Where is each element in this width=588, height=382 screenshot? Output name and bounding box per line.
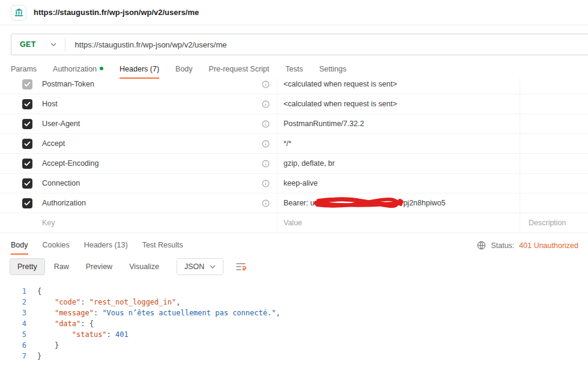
response-tab-body[interactable]: Body bbox=[11, 241, 28, 255]
new-header-description-input[interactable]: Description bbox=[520, 213, 588, 232]
new-header-key-input[interactable]: Key bbox=[42, 219, 55, 227]
response-tab-headers-13[interactable]: Headers (13) bbox=[84, 241, 128, 255]
header-checkbox-cell bbox=[0, 114, 37, 133]
request-tab-pre-request-script[interactable]: Pre-request Script bbox=[209, 65, 270, 79]
header-description-cell[interactable] bbox=[520, 79, 588, 94]
header-value-cell[interactable]: */* bbox=[277, 134, 520, 153]
header-key: Accept-Encoding bbox=[42, 159, 99, 168]
new-header-key-cell[interactable]: Key bbox=[37, 213, 277, 232]
request-tab-tests[interactable]: Tests bbox=[285, 65, 303, 79]
request-tab-title: https://staugustin.fr/wp-json/wp/v2/user… bbox=[34, 8, 199, 17]
network-globe-icon[interactable] bbox=[477, 241, 486, 250]
format-dropdown[interactable]: JSON bbox=[177, 258, 223, 275]
chevron-down-icon bbox=[50, 43, 56, 46]
line-number: 4 bbox=[0, 318, 26, 329]
header-key: User-Agent bbox=[42, 120, 80, 128]
header-description-cell[interactable] bbox=[520, 94, 588, 114]
line-number: 5 bbox=[0, 329, 26, 340]
header-checkbox[interactable] bbox=[22, 198, 32, 208]
view-mode-tabs: PrettyRawPreviewVisualize bbox=[10, 258, 167, 275]
header-key-cell[interactable]: Accept-Encoding bbox=[37, 154, 277, 173]
header-description-cell[interactable] bbox=[520, 114, 588, 133]
request-tab-body[interactable]: Body bbox=[175, 65, 193, 79]
header-value-cell[interactable]: gzip, deflate, br bbox=[277, 154, 520, 173]
header-checkbox[interactable] bbox=[22, 99, 32, 109]
new-header-row[interactable]: Key Value Description bbox=[0, 213, 588, 233]
code-line: 3 "message": "Vous n’êtes actuellement p… bbox=[0, 308, 588, 318]
header-row: Accept */* bbox=[0, 134, 588, 154]
line-number: 1 bbox=[0, 286, 26, 297]
method-selector[interactable]: GET bbox=[11, 40, 65, 49]
header-description-cell[interactable] bbox=[520, 174, 588, 193]
request-tab-authorization[interactable]: Authorization bbox=[53, 65, 103, 79]
header-checkbox-cell bbox=[0, 94, 37, 114]
wrap-text-icon bbox=[235, 262, 246, 271]
header-checkbox[interactable] bbox=[22, 178, 32, 189]
code-line: 4 "data": { bbox=[0, 318, 588, 329]
url-builder: GET bbox=[0, 25, 588, 60]
header-value-cell[interactable]: <calculated when request is sent> bbox=[277, 94, 520, 114]
header-checkbox-cell bbox=[0, 174, 37, 193]
chevron-down-icon bbox=[210, 265, 216, 268]
check-icon bbox=[24, 161, 31, 166]
header-checkbox[interactable] bbox=[22, 119, 32, 129]
header-key-cell[interactable]: Host bbox=[37, 94, 277, 114]
new-header-checkbox-cell bbox=[0, 213, 37, 232]
header-key-cell[interactable]: Postman-Token bbox=[37, 79, 277, 94]
info-icon[interactable] bbox=[262, 80, 270, 88]
info-icon[interactable] bbox=[262, 199, 270, 207]
header-description-cell[interactable] bbox=[520, 134, 588, 153]
header-row: User-Agent PostmanRuntime/7.32.2 bbox=[0, 114, 588, 134]
header-key-cell[interactable]: Connection bbox=[37, 174, 277, 193]
status-label: Status: bbox=[491, 241, 514, 250]
line-number: 3 bbox=[0, 308, 26, 318]
info-icon[interactable] bbox=[262, 100, 270, 108]
info-icon[interactable] bbox=[262, 140, 270, 148]
header-key-cell[interactable]: Authorization bbox=[37, 193, 277, 213]
view-tab-raw[interactable]: Raw bbox=[46, 258, 77, 275]
header-value-cell[interactable]: Bearer: u pj2n8hpiwo5 bbox=[277, 193, 520, 213]
url-input[interactable] bbox=[65, 40, 588, 50]
header-description-cell[interactable] bbox=[520, 193, 588, 213]
view-tab-pretty[interactable]: Pretty bbox=[10, 258, 45, 275]
response-body-viewer[interactable]: 1{2 "code": "rest_not_logged_in",3 "mess… bbox=[0, 281, 588, 362]
info-icon[interactable] bbox=[262, 160, 270, 168]
view-tab-preview[interactable]: Preview bbox=[78, 258, 120, 275]
header-key: Authorization bbox=[42, 199, 86, 207]
request-tab-headers-7[interactable]: Headers (7) bbox=[120, 65, 159, 79]
wrap-text-button[interactable] bbox=[233, 259, 249, 274]
request-tab-settings[interactable]: Settings bbox=[319, 65, 346, 79]
header-key: Accept bbox=[42, 139, 65, 148]
header-row: Authorization Bearer: u pj2n8hpiwo5 bbox=[0, 193, 588, 213]
postman-app: https://staugustin.fr/wp-json/wp/v2/user… bbox=[0, 0, 588, 362]
status-value: 401 Unauthorized bbox=[519, 241, 578, 250]
info-icon[interactable] bbox=[262, 120, 270, 128]
header-checkbox[interactable] bbox=[22, 79, 32, 89]
info-icon[interactable] bbox=[262, 180, 270, 187]
header-key-cell[interactable]: Accept bbox=[37, 134, 277, 153]
response-meta-bar: BodyCookiesHeaders (13)Test Results Stat… bbox=[0, 234, 588, 255]
redacted-token-scribble bbox=[314, 197, 404, 209]
request-tab-params[interactable]: Params bbox=[11, 65, 37, 79]
response-tab-cookies[interactable]: Cookies bbox=[43, 241, 70, 255]
header-checkbox[interactable] bbox=[22, 139, 32, 149]
header-checkbox[interactable] bbox=[22, 159, 32, 169]
header-row: Connection keep-alive bbox=[0, 174, 588, 193]
line-number: 2 bbox=[0, 297, 26, 308]
response-tab-test-results[interactable]: Test Results bbox=[142, 241, 183, 255]
auth-configured-dot bbox=[100, 67, 103, 70]
header-value-cell[interactable]: PostmanRuntime/7.32.2 bbox=[277, 114, 520, 133]
code-text: } bbox=[26, 340, 59, 351]
url-bar: GET bbox=[11, 34, 588, 55]
view-tab-visualize[interactable]: Visualize bbox=[121, 258, 167, 275]
header-key: Connection bbox=[42, 179, 80, 187]
header-value-cell[interactable]: keep-alive bbox=[277, 174, 520, 193]
code-text: } bbox=[26, 351, 41, 362]
header-value-cell[interactable]: <calculated when request is sent> bbox=[277, 79, 520, 94]
new-header-value-input[interactable]: Value bbox=[277, 213, 520, 232]
header-checkbox-cell bbox=[0, 193, 37, 213]
header-key-cell[interactable]: User-Agent bbox=[37, 114, 277, 133]
header-description-cell[interactable] bbox=[520, 154, 588, 173]
header-checkbox-cell bbox=[0, 134, 37, 153]
code-text: "code": "rest_not_logged_in", bbox=[26, 297, 180, 308]
